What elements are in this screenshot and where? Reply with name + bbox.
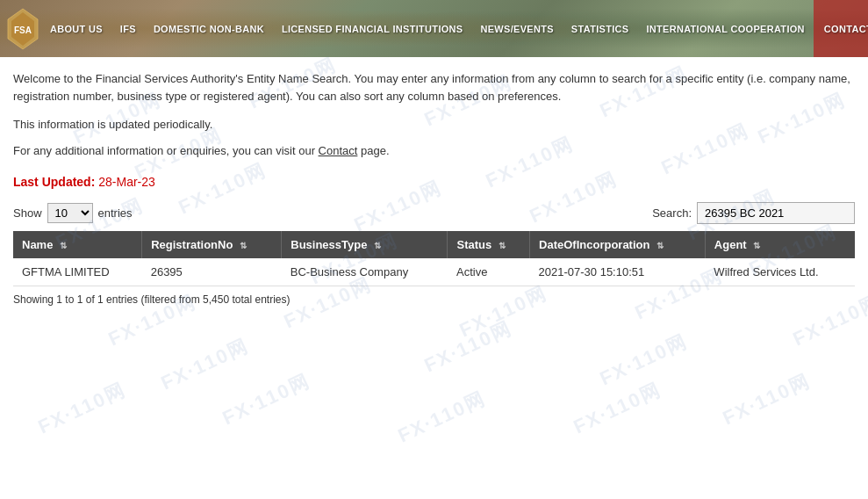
entries-select[interactable]: 10 25 50 100 (47, 203, 93, 223)
main-nav: ABOUT US IFS DOMESTIC NON-BANK LICENSED … (41, 0, 868, 57)
last-updated-date-value: 28-Mar-23 (98, 175, 155, 189)
col-doi[interactable]: DateOfIncorporation ⇅ (530, 231, 706, 258)
cell-status: Active (448, 258, 530, 286)
nav-domestic-non-bank[interactable]: DOMESTIC NON-BANK (145, 24, 273, 34)
cell-biz-type: BC-Business Company (282, 258, 448, 286)
sort-icon-name: ⇅ (60, 241, 67, 250)
search-input[interactable] (697, 202, 855, 224)
cell-name: GFTMA LIMITED (13, 258, 142, 286)
show-entries: Show 10 25 50 100 entries (13, 203, 133, 223)
sort-icon-biztype: ⇅ (374, 241, 381, 250)
nav-licensed-fi[interactable]: LICENSED FINANCIAL INSTITUTIONS (273, 24, 472, 34)
col-name[interactable]: Name ⇅ (13, 231, 142, 258)
cell-doi: 2021-07-30 15:10:51 (530, 258, 706, 286)
col-status[interactable]: Status ⇅ (448, 231, 530, 258)
show-label: Show (13, 206, 42, 220)
sort-icon-doi: ⇅ (656, 241, 664, 250)
last-updated: Last Updated: 28-Mar-23 (13, 175, 855, 189)
col-biz-type[interactable]: BusinessType ⇅ (282, 231, 448, 258)
table-controls: Show 10 25 50 100 entries Search: (13, 202, 855, 224)
table-header: Name ⇅ RegistrationNo ⇅ BusinessType ⇅ S… (13, 231, 855, 258)
col-agent[interactable]: Agent ⇅ (705, 231, 855, 258)
logo: FSA (4, 4, 41, 53)
sort-icon-status: ⇅ (499, 241, 506, 250)
sort-icon-agent: ⇅ (753, 241, 760, 250)
contact-link[interactable]: Contact (319, 144, 358, 157)
intro-paragraph1: Welcome to the Financial Services Author… (13, 70, 855, 105)
showing-info: Showing 1 to 1 of 1 entries (filtered fr… (13, 293, 855, 306)
data-table: Name ⇅ RegistrationNo ⇅ BusinessType ⇅ S… (13, 231, 855, 286)
svg-text:FSA: FSA (14, 25, 32, 35)
logo-icon: FSA (4, 7, 41, 51)
cell-reg-no: 26395 (142, 258, 282, 286)
nav-statistics[interactable]: STATISTICS (563, 24, 638, 34)
search-label: Search: (652, 206, 692, 220)
contact-text-prefix: For any additional information or enquir… (13, 144, 319, 157)
entries-label: entries (98, 206, 133, 220)
nav-intl-cooperation[interactable]: INTERNATIONAL COOPERATION (637, 24, 813, 34)
nav-contact-us[interactable]: CONTACT US (814, 0, 868, 57)
header-banner: FSA ABOUT US IFS DOMESTIC NON-BANK LICEN… (0, 0, 868, 57)
col-reg-no[interactable]: RegistrationNo ⇅ (142, 231, 282, 258)
intro-paragraph2: This information is updated periodically… (13, 118, 855, 131)
nav-ifs[interactable]: IFS (111, 24, 145, 34)
table-row: GFTMA LIMITED 26395 BC-Business Company … (13, 258, 855, 286)
sort-icon-regno: ⇅ (240, 241, 247, 250)
nav-news-events[interactable]: NEWS/EVENTS (471, 24, 562, 34)
table-body: GFTMA LIMITED 26395 BC-Business Company … (13, 258, 855, 286)
main-content: Welcome to the Financial Services Author… (0, 57, 868, 319)
last-updated-label: Last Updated: (13, 175, 95, 189)
search-box: Search: (652, 202, 855, 224)
contact-text-suffix: page. (357, 144, 389, 157)
cell-agent: Wilfred Services Ltd. (705, 258, 855, 286)
intro-paragraph3: For any additional information or enquir… (13, 144, 855, 157)
nav-about-us[interactable]: ABOUT US (41, 24, 111, 34)
